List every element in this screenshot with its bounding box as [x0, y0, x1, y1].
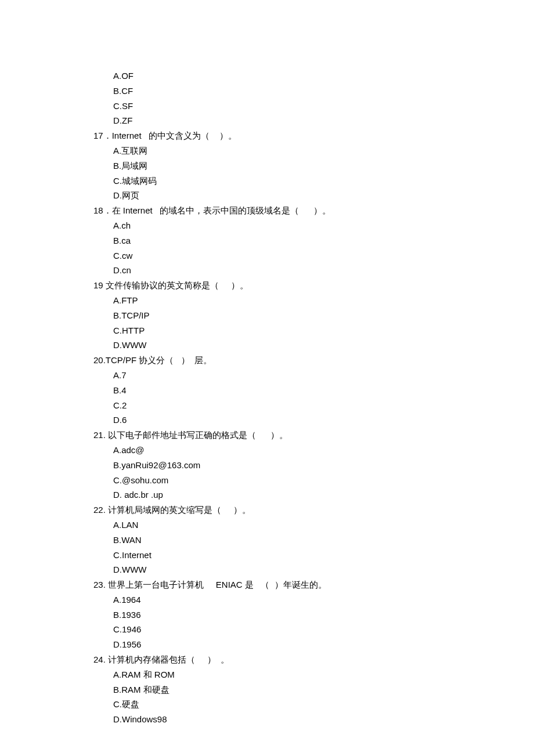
- option-text: B.局域网: [93, 158, 534, 173]
- option-text: D.WWW: [93, 338, 534, 353]
- question-text: 23. 世界上第一台电子计算机 ENIAC 是 （ ）年诞生的。: [93, 577, 534, 592]
- option-text: D.WWW: [93, 562, 534, 577]
- option-text: B.ca: [93, 233, 534, 248]
- option-text: C.城域网码: [93, 173, 534, 189]
- option-text: D.Windows98: [93, 712, 534, 727]
- option-text: A.adc@: [93, 443, 534, 458]
- option-text: B.yanRui92@163.com: [93, 458, 534, 473]
- option-text: B.1936: [93, 607, 534, 623]
- option-text: C.@sohu.com: [93, 473, 534, 488]
- question-text: 21. 以下电子邮件地址书写正确的格式是（ ）。: [93, 428, 534, 443]
- option-text: D.6: [93, 413, 534, 428]
- question-text: 19 文件传输协议的英文简称是（ ）。: [93, 278, 534, 293]
- option-text: D.1956: [93, 637, 534, 652]
- option-text: A.RAM 和 ROM: [93, 667, 534, 682]
- option-text: B.4: [93, 383, 534, 398]
- option-text: A.FTP: [93, 293, 534, 308]
- document-content: A.OFB.CFC.SFD.ZF17．Internet 的中文含义为（ ）。A.…: [93, 68, 534, 727]
- option-text: C.SF: [93, 99, 534, 114]
- option-text: A.7: [93, 368, 534, 383]
- option-text: B.TCP/IP: [93, 308, 534, 323]
- option-text: D.ZF: [93, 113, 534, 128]
- question-text: 24. 计算机内存储器包括（ ） 。: [93, 652, 534, 667]
- option-text: C.cw: [93, 248, 534, 263]
- option-text: A.1964: [93, 592, 534, 607]
- option-text: C.HTTP: [93, 323, 534, 338]
- option-text: D. adc.br .up: [93, 487, 534, 502]
- option-text: C.1946: [93, 622, 534, 637]
- option-text: C.2: [93, 398, 534, 413]
- option-text: B.WAN: [93, 533, 534, 548]
- option-text: C.Internet: [93, 548, 534, 563]
- option-text: C.硬盘: [93, 697, 534, 712]
- option-text: A.LAN: [93, 518, 534, 533]
- option-text: D.cn: [93, 263, 534, 278]
- question-text: 17．Internet 的中文含义为（ ）。: [93, 128, 534, 143]
- option-text: A.OF: [93, 68, 534, 84]
- question-text: 22. 计算机局域网的英文缩写是（ ）。: [93, 502, 534, 518]
- option-text: A.ch: [93, 218, 534, 233]
- option-text: B.CF: [93, 84, 534, 99]
- option-text: A.互联网: [93, 143, 534, 158]
- question-text: 18．在 Internet 的域名中，表示中国的顶级域名是（ ）。: [93, 203, 534, 218]
- option-text: D.网页: [93, 188, 534, 203]
- question-text: 20.TCP/PF 协义分（ ） 层。: [93, 353, 534, 368]
- option-text: B.RAM 和硬盘: [93, 682, 534, 697]
